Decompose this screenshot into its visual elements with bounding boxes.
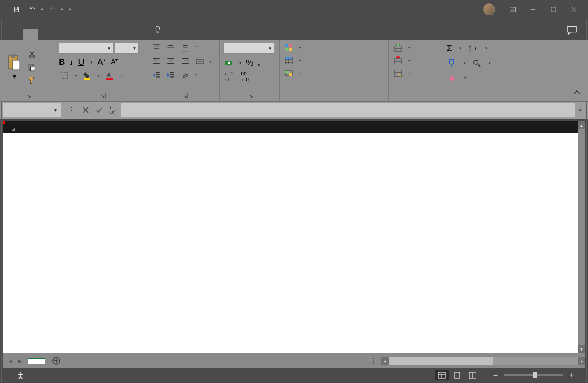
find-icon[interactable] <box>472 58 482 68</box>
svg-rect-1 <box>15 10 18 12</box>
align-bottom-icon[interactable] <box>180 43 191 53</box>
cut-icon[interactable] <box>26 49 37 60</box>
horizontal-scrollbar[interactable]: ◂ ▸ <box>381 357 585 365</box>
name-box[interactable]: ▼ <box>3 103 61 117</box>
cancel-formula-icon[interactable] <box>82 106 89 114</box>
underline-button[interactable]: U <box>78 57 84 67</box>
bold-button[interactable]: B <box>59 57 65 67</box>
orientation-icon[interactable]: ab <box>180 70 191 80</box>
insert-cells-button[interactable]: ▾ <box>392 43 439 53</box>
undo-icon[interactable] <box>26 3 40 15</box>
page-layout-view-icon[interactable] <box>450 370 464 380</box>
close-icon[interactable] <box>564 3 584 16</box>
scroll-right-icon[interactable]: ▸ <box>578 357 585 365</box>
maximize-icon[interactable] <box>544 3 563 16</box>
align-middle-icon[interactable] <box>165 43 176 53</box>
tab-insert[interactable] <box>38 29 54 40</box>
svg-rect-5 <box>11 54 15 58</box>
tab-formulas[interactable] <box>69 29 84 40</box>
tab-view[interactable] <box>115 29 130 40</box>
user-account[interactable] <box>480 3 495 15</box>
lightbulb-icon <box>153 26 162 34</box>
accounting-icon[interactable] <box>223 58 234 68</box>
tab-review[interactable] <box>100 29 115 40</box>
autosum-icon[interactable]: Σ <box>447 43 453 54</box>
font-name-combo[interactable]: ▼ <box>59 43 113 54</box>
cells-area[interactable] <box>17 133 578 353</box>
sheet-tab-active[interactable] <box>28 358 45 364</box>
delete-cells-button[interactable]: ▾ <box>392 55 439 66</box>
alignment-launcher-icon[interactable]: ↘ <box>182 93 188 99</box>
split-handle-icon[interactable]: ⋮ <box>67 105 76 115</box>
number-format-combo[interactable]: ▼ <box>223 43 274 54</box>
tab-help[interactable] <box>130 29 146 40</box>
decrease-decimal-icon[interactable]: .00→.0 <box>239 72 250 82</box>
conditional-formatting-button[interactable]: ▾ <box>283 43 385 53</box>
scroll-up-icon[interactable]: ▲ <box>578 121 585 129</box>
fill-color-icon[interactable] <box>81 70 92 81</box>
svg-rect-3 <box>551 7 556 12</box>
tell-me-search[interactable] <box>146 20 174 40</box>
shrink-font-button[interactable]: A▾ <box>111 58 118 67</box>
clipboard-launcher-icon[interactable]: ↘ <box>26 93 32 99</box>
paste-button[interactable]: ▼ <box>3 43 25 92</box>
normal-view-icon[interactable] <box>435 370 449 380</box>
merge-icon[interactable] <box>194 56 205 67</box>
align-right-icon[interactable] <box>180 56 191 67</box>
save-icon[interactable] <box>9 3 24 15</box>
sort-filter-icon[interactable]: AZ <box>467 43 478 53</box>
italic-button[interactable]: I <box>70 57 73 67</box>
copy-icon[interactable] <box>26 62 37 73</box>
comma-button[interactable]: , <box>258 57 260 68</box>
collapse-ribbon-icon[interactable] <box>573 90 581 97</box>
page-break-view-icon[interactable] <box>465 370 480 380</box>
percent-button[interactable]: % <box>246 58 254 68</box>
number-launcher-icon[interactable]: ↘ <box>248 93 254 99</box>
enter-formula-icon[interactable] <box>95 106 103 114</box>
decrease-indent-icon[interactable] <box>151 70 162 80</box>
font-color-icon[interactable]: A <box>104 70 115 81</box>
minimize-icon[interactable] <box>523 3 543 16</box>
format-as-table-button[interactable]: ▾ <box>283 55 385 66</box>
tab-page-layout[interactable] <box>54 29 69 40</box>
scroll-left-icon[interactable]: ◂ <box>381 357 389 365</box>
sheet-nav-next-icon[interactable]: ▸ <box>16 357 24 365</box>
new-sheet-icon[interactable] <box>49 354 63 368</box>
zoom-out-button[interactable]: − <box>492 371 499 380</box>
clear-icon[interactable] <box>447 73 458 83</box>
increase-indent-icon[interactable] <box>165 70 176 80</box>
expand-formula-bar-icon[interactable]: ▾ <box>575 107 585 113</box>
tab-split-handle-icon[interactable]: ⋮ <box>366 357 381 365</box>
wrap-text-icon[interactable]: ab <box>194 43 205 53</box>
cell-styles-button[interactable]: ▾ <box>283 68 385 78</box>
font-size-combo[interactable]: ▼ <box>115 43 139 54</box>
insert-function-icon[interactable]: fx <box>109 105 115 115</box>
grow-font-button[interactable]: A▴ <box>98 57 106 67</box>
font-launcher-icon[interactable]: ↘ <box>100 93 106 99</box>
formula-input[interactable] <box>121 103 575 117</box>
borders-icon[interactable] <box>59 70 70 81</box>
fill-icon[interactable] <box>447 58 457 68</box>
vertical-scrollbar[interactable]: ▲▼ <box>578 121 585 353</box>
align-center-icon[interactable] <box>165 56 176 67</box>
comments-icon[interactable] <box>566 26 578 37</box>
svg-rect-21 <box>289 44 292 47</box>
hscroll-thumb[interactable] <box>389 357 493 365</box>
format-painter-icon[interactable] <box>26 75 37 85</box>
zoom-in-button[interactable]: + <box>568 371 575 380</box>
tab-home[interactable] <box>23 29 38 40</box>
format-cells-button[interactable]: ▾ <box>392 68 439 78</box>
scroll-down-icon[interactable]: ▼ <box>578 345 585 353</box>
increase-decimal-icon[interactable]: ←.0.00 <box>223 72 234 82</box>
ribbon-display-icon[interactable] <box>503 3 522 16</box>
align-left-icon[interactable] <box>151 56 162 67</box>
tab-file[interactable] <box>8 29 23 40</box>
sheet-nav-prev-icon[interactable]: ◂ <box>7 357 14 365</box>
select-all-corner[interactable] <box>3 121 17 133</box>
redo-icon[interactable] <box>46 3 60 15</box>
tab-data[interactable] <box>84 29 100 40</box>
zoom-slider[interactable] <box>504 374 563 376</box>
align-top-icon[interactable] <box>151 43 162 53</box>
format-as-table-icon <box>285 56 293 65</box>
accessibility-status[interactable] <box>16 371 27 380</box>
